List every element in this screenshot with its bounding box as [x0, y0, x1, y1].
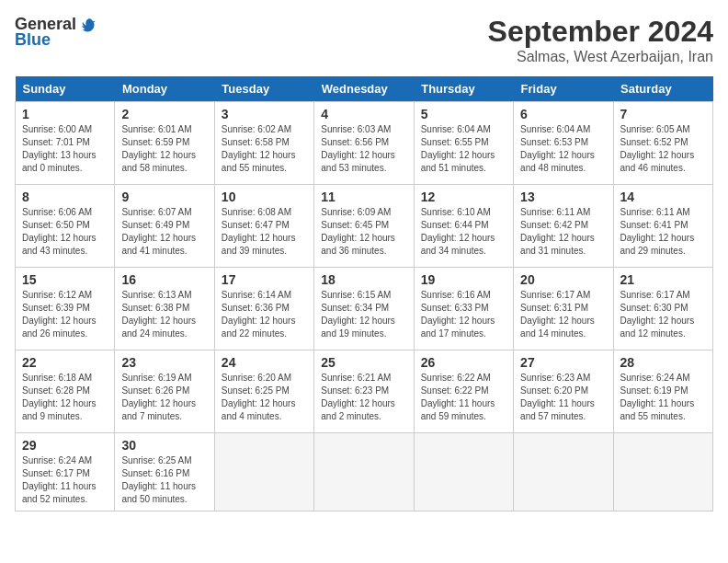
day-info: Sunrise: 6:05 AM Sunset: 6:52 PM Dayligh… [620, 123, 706, 175]
title-section: September 2024 Salmas, West Azerbaijan, … [488, 15, 713, 65]
day-cell: 1Sunrise: 6:00 AM Sunset: 7:01 PM Daylig… [16, 102, 115, 185]
month-title: September 2024 [488, 15, 713, 49]
column-header-tuesday: Tuesday [214, 76, 313, 102]
day-info: Sunrise: 6:20 AM Sunset: 6:25 PM Dayligh… [222, 372, 307, 423]
day-info: Sunrise: 6:03 AM Sunset: 6:56 PM Dayligh… [321, 123, 406, 175]
day-number: 1 [22, 107, 108, 121]
day-number: 10 [222, 190, 307, 204]
day-cell: 18Sunrise: 6:15 AM Sunset: 6:34 PM Dayli… [314, 268, 414, 350]
location-title: Salmas, West Azerbaijan, Iran [488, 49, 713, 65]
week-row-2: 8Sunrise: 6:06 AM Sunset: 6:50 PM Daylig… [16, 185, 713, 268]
day-number: 12 [421, 190, 506, 204]
day-info: Sunrise: 6:08 AM Sunset: 6:47 PM Dayligh… [222, 206, 307, 258]
day-number: 17 [222, 272, 307, 287]
column-header-thursday: Thursday [414, 76, 513, 102]
day-info: Sunrise: 6:14 AM Sunset: 6:36 PM Dayligh… [222, 289, 307, 340]
day-cell: 23Sunrise: 6:19 AM Sunset: 6:26 PM Dayli… [115, 350, 214, 433]
day-number: 6 [520, 107, 606, 121]
day-cell [214, 433, 313, 511]
column-header-monday: Monday [115, 76, 214, 102]
day-cell: 16Sunrise: 6:13 AM Sunset: 6:38 PM Dayli… [115, 268, 214, 350]
day-cell: 22Sunrise: 6:18 AM Sunset: 6:28 PM Dayli… [16, 350, 115, 433]
day-info: Sunrise: 6:19 AM Sunset: 6:26 PM Dayligh… [121, 372, 207, 423]
day-info: Sunrise: 6:22 AM Sunset: 6:22 PM Dayligh… [421, 372, 506, 423]
day-info: Sunrise: 6:06 AM Sunset: 6:50 PM Dayligh… [22, 206, 108, 258]
day-info: Sunrise: 6:24 AM Sunset: 6:17 PM Dayligh… [22, 454, 108, 506]
day-cell [613, 433, 712, 511]
logo-bird-icon [78, 16, 97, 34]
day-info: Sunrise: 6:17 AM Sunset: 6:30 PM Dayligh… [620, 289, 706, 340]
day-info: Sunrise: 6:10 AM Sunset: 6:44 PM Dayligh… [421, 206, 506, 258]
day-number: 2 [121, 107, 207, 121]
day-cell: 5Sunrise: 6:04 AM Sunset: 6:55 PM Daylig… [414, 102, 513, 185]
day-number: 29 [22, 438, 108, 453]
day-number: 15 [22, 272, 108, 287]
day-number: 20 [520, 272, 606, 287]
day-cell [514, 433, 613, 511]
day-cell: 12Sunrise: 6:10 AM Sunset: 6:44 PM Dayli… [414, 185, 513, 268]
logo: General Blue [15, 15, 97, 50]
day-number: 21 [620, 272, 706, 287]
day-info: Sunrise: 6:17 AM Sunset: 6:31 PM Dayligh… [520, 289, 606, 340]
day-info: Sunrise: 6:11 AM Sunset: 6:42 PM Dayligh… [520, 206, 606, 258]
week-row-1: 1Sunrise: 6:00 AM Sunset: 7:01 PM Daylig… [16, 102, 713, 185]
day-number: 27 [520, 355, 606, 370]
day-number: 11 [321, 190, 406, 204]
day-info: Sunrise: 6:12 AM Sunset: 6:39 PM Dayligh… [22, 289, 108, 340]
day-info: Sunrise: 6:24 AM Sunset: 6:19 PM Dayligh… [620, 372, 706, 423]
day-number: 19 [421, 272, 506, 287]
day-info: Sunrise: 6:16 AM Sunset: 6:33 PM Dayligh… [421, 289, 506, 340]
day-cell [314, 433, 414, 511]
day-cell: 29Sunrise: 6:24 AM Sunset: 6:17 PM Dayli… [16, 433, 115, 511]
day-number: 7 [620, 107, 706, 121]
day-number: 30 [121, 438, 207, 453]
day-cell: 13Sunrise: 6:11 AM Sunset: 6:42 PM Dayli… [514, 185, 613, 268]
logo-blue-text: Blue [15, 30, 51, 50]
day-cell: 7Sunrise: 6:05 AM Sunset: 6:52 PM Daylig… [613, 102, 712, 185]
day-cell: 21Sunrise: 6:17 AM Sunset: 6:30 PM Dayli… [613, 268, 712, 350]
day-info: Sunrise: 6:13 AM Sunset: 6:38 PM Dayligh… [121, 289, 207, 340]
day-info: Sunrise: 6:18 AM Sunset: 6:28 PM Dayligh… [22, 372, 108, 423]
day-number: 22 [22, 355, 108, 370]
day-number: 16 [121, 272, 207, 287]
day-cell: 6Sunrise: 6:04 AM Sunset: 6:53 PM Daylig… [514, 102, 613, 185]
day-info: Sunrise: 6:00 AM Sunset: 7:01 PM Dayligh… [22, 123, 108, 175]
day-number: 18 [321, 272, 406, 287]
day-info: Sunrise: 6:21 AM Sunset: 6:23 PM Dayligh… [321, 372, 406, 423]
day-cell: 14Sunrise: 6:11 AM Sunset: 6:41 PM Dayli… [613, 185, 712, 268]
day-info: Sunrise: 6:15 AM Sunset: 6:34 PM Dayligh… [321, 289, 406, 340]
day-number: 14 [620, 190, 706, 204]
day-number: 8 [22, 190, 108, 204]
day-number: 25 [321, 355, 406, 370]
day-info: Sunrise: 6:09 AM Sunset: 6:45 PM Dayligh… [321, 206, 406, 258]
day-cell: 25Sunrise: 6:21 AM Sunset: 6:23 PM Dayli… [314, 350, 414, 433]
day-cell: 24Sunrise: 6:20 AM Sunset: 6:25 PM Dayli… [214, 350, 313, 433]
day-cell: 9Sunrise: 6:07 AM Sunset: 6:49 PM Daylig… [115, 185, 214, 268]
day-number: 5 [421, 107, 506, 121]
column-header-wednesday: Wednesday [314, 76, 414, 102]
day-number: 9 [121, 190, 207, 204]
page-header: General Blue September 2024 Salmas, West… [15, 15, 713, 65]
day-number: 23 [121, 355, 207, 370]
day-cell: 30Sunrise: 6:25 AM Sunset: 6:16 PM Dayli… [115, 433, 214, 511]
week-row-5: 29Sunrise: 6:24 AM Sunset: 6:17 PM Dayli… [16, 433, 713, 511]
day-number: 4 [321, 107, 406, 121]
day-info: Sunrise: 6:01 AM Sunset: 6:59 PM Dayligh… [121, 123, 207, 175]
calendar-table: SundayMondayTuesdayWednesdayThursdayFrid… [15, 76, 713, 511]
day-info: Sunrise: 6:02 AM Sunset: 6:58 PM Dayligh… [222, 123, 307, 175]
day-info: Sunrise: 6:04 AM Sunset: 6:53 PM Dayligh… [520, 123, 606, 175]
day-number: 28 [620, 355, 706, 370]
day-cell: 8Sunrise: 6:06 AM Sunset: 6:50 PM Daylig… [16, 185, 115, 268]
day-info: Sunrise: 6:04 AM Sunset: 6:55 PM Dayligh… [421, 123, 506, 175]
day-cell: 3Sunrise: 6:02 AM Sunset: 6:58 PM Daylig… [214, 102, 313, 185]
week-row-3: 15Sunrise: 6:12 AM Sunset: 6:39 PM Dayli… [16, 268, 713, 350]
day-cell: 20Sunrise: 6:17 AM Sunset: 6:31 PM Dayli… [514, 268, 613, 350]
day-info: Sunrise: 6:23 AM Sunset: 6:20 PM Dayligh… [520, 372, 606, 423]
day-cell: 10Sunrise: 6:08 AM Sunset: 6:47 PM Dayli… [214, 185, 313, 268]
day-cell: 19Sunrise: 6:16 AM Sunset: 6:33 PM Dayli… [414, 268, 513, 350]
day-cell: 17Sunrise: 6:14 AM Sunset: 6:36 PM Dayli… [214, 268, 313, 350]
day-cell: 11Sunrise: 6:09 AM Sunset: 6:45 PM Dayli… [314, 185, 414, 268]
day-cell: 15Sunrise: 6:12 AM Sunset: 6:39 PM Dayli… [16, 268, 115, 350]
day-cell: 26Sunrise: 6:22 AM Sunset: 6:22 PM Dayli… [414, 350, 513, 433]
column-header-friday: Friday [514, 76, 613, 102]
